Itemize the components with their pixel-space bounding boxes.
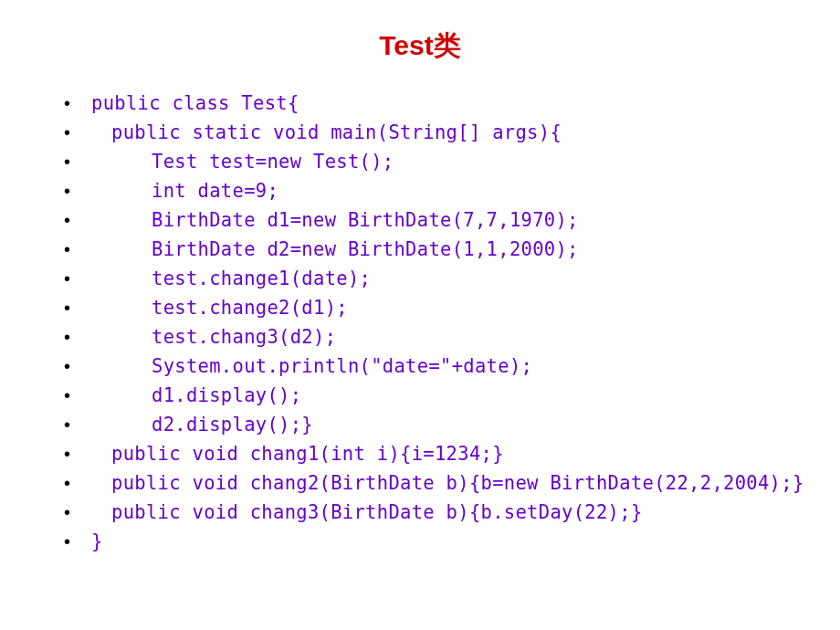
bullet-icon: •	[64, 93, 91, 114]
bullet-icon: •	[64, 298, 91, 319]
slide-title: Test类	[64, 27, 776, 65]
bullet-icon: •	[64, 268, 91, 289]
code-text: public void chang1(int i){i=1234;}	[91, 443, 504, 465]
bullet-icon: •	[64, 327, 91, 348]
bullet-icon: •	[64, 415, 91, 436]
code-line: •BirthDate d1=new BirthDate(7,7,1970);	[64, 209, 776, 231]
code-line: •public void chang1(int i){i=1234;}	[64, 443, 776, 465]
code-line: •test.chang3(d2);	[64, 326, 776, 348]
code-text: int date=9;	[91, 180, 278, 202]
bullet-icon: •	[64, 385, 91, 406]
bullet-icon: •	[64, 356, 91, 377]
bullet-icon: •	[64, 531, 91, 552]
code-text: test.chang3(d2);	[91, 326, 336, 348]
code-line: •public static void main(String[] args){	[64, 121, 776, 143]
code-line: •System.out.println("date="+date);	[64, 355, 776, 377]
code-text: public void chang3(BirthDate b){b.setDay…	[91, 501, 643, 523]
code-line: •BirthDate d2=new BirthDate(1,1,2000);	[64, 238, 776, 260]
code-text: public static void main(String[] args){	[91, 121, 562, 143]
code-text: }	[91, 530, 103, 552]
code-line: •d1.display();	[64, 384, 776, 406]
code-text: public void chang2(BirthDate b){b=new Bi…	[91, 472, 804, 494]
code-text: BirthDate d1=new BirthDate(7,7,1970);	[91, 209, 579, 231]
code-text: test.change1(date);	[91, 268, 371, 289]
bullet-icon: •	[64, 181, 91, 202]
code-line: •test.change2(d1);	[64, 297, 776, 319]
code-line: •public void chang2(BirthDate b){b=new B…	[64, 472, 776, 494]
bullet-icon: •	[64, 122, 91, 143]
bullet-icon: •	[64, 210, 91, 231]
code-line: •public void chang3(BirthDate b){b.setDa…	[64, 501, 776, 523]
code-line: •public class Test{	[64, 92, 776, 114]
bullet-icon: •	[64, 444, 91, 465]
code-line: •Test test=new Test();	[64, 151, 776, 173]
bullet-icon: •	[64, 152, 91, 173]
code-line: •int date=9;	[64, 180, 776, 202]
code-text: d1.display();	[91, 384, 301, 406]
code-text: test.change2(d1);	[91, 297, 348, 319]
bullet-icon: •	[64, 502, 91, 523]
bullet-icon: •	[64, 239, 91, 260]
code-text: d2.display();}	[91, 414, 313, 436]
code-line: •d2.display();}	[64, 414, 776, 436]
code-line: •test.change1(date);	[64, 268, 776, 289]
code-list: •public class Test{•public static void m…	[64, 92, 776, 552]
code-text: BirthDate d2=new BirthDate(1,1,2000);	[91, 238, 579, 260]
code-text: public class Test{	[91, 92, 299, 114]
code-text: Test test=new Test();	[91, 151, 394, 173]
code-text: System.out.println("date="+date);	[91, 355, 532, 377]
bullet-icon: •	[64, 473, 91, 494]
code-line: •}	[64, 530, 776, 552]
